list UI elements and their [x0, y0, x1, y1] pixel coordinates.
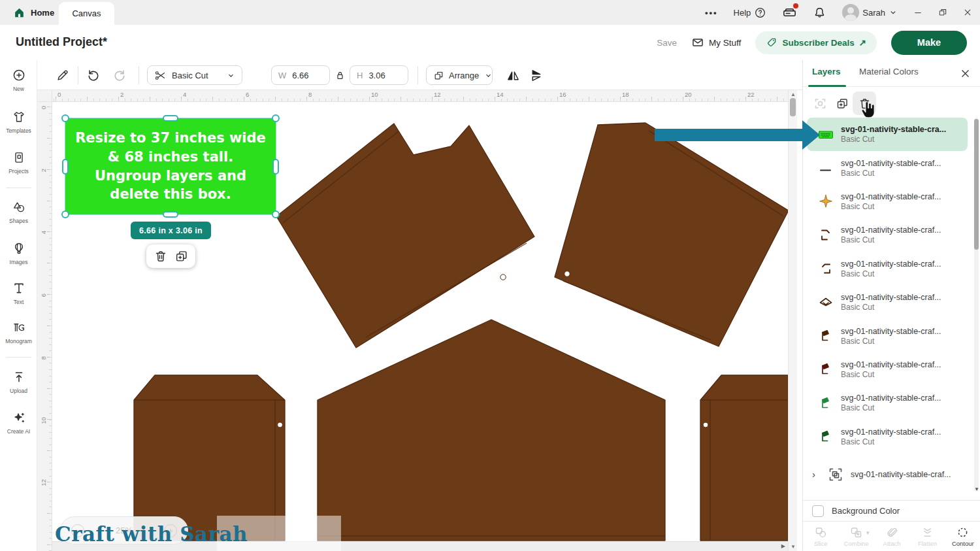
flag-darkgreen-thumb	[817, 428, 834, 445]
group-thumb	[827, 466, 844, 483]
window-restore-button[interactable]	[930, 0, 955, 25]
monogram-icon	[12, 320, 26, 335]
lock-aspect-button[interactable]	[333, 65, 347, 86]
canvas-vertical-scrollbar[interactable]: ▲ ▼	[788, 90, 797, 551]
arrange-menu[interactable]: Arrange	[426, 65, 493, 85]
selection-handle-bottom-right[interactable]	[272, 210, 280, 218]
sidebar-item-create-ai[interactable]: Create AI	[0, 410, 37, 435]
layer-row[interactable]: svg-01-nativity-stable-cra...Basic Cut	[807, 118, 968, 151]
dimensions-badge: 6.66 in x 3.06 in	[131, 222, 211, 239]
sidebar-item-text[interactable]: Text	[0, 281, 37, 305]
sidebar-item-projects[interactable]: Projects	[0, 150, 37, 175]
machine-status-button[interactable]	[782, 5, 797, 20]
close-panel-icon[interactable]	[960, 68, 972, 80]
chevron-down-icon: ▼	[865, 530, 870, 536]
width-value: 6.66	[292, 71, 308, 80]
layer-row[interactable]: svg-01-nativity-stable-craf...Basic Cut	[807, 252, 968, 286]
selection-handle-top-right[interactable]	[272, 114, 280, 122]
templates-icon	[12, 110, 26, 124]
layer-name: svg-01-nativity-stable-craf...	[841, 393, 941, 403]
images-icon	[12, 241, 26, 256]
sidebar-item-monogram[interactable]: Monogram	[0, 320, 37, 344]
notifications-button[interactable]	[813, 6, 826, 20]
shapes-icon	[12, 200, 26, 214]
sidebar-item-images[interactable]: Images	[0, 241, 37, 265]
instruction-note-text: Resize to 37 inches wide & 68 inches tal…	[73, 129, 269, 203]
layer-row[interactable]: svg-01-nativity-stable-craf...Basic Cut	[807, 353, 968, 386]
flip-horizontal-button[interactable]	[502, 65, 523, 86]
undo-button[interactable]	[83, 65, 104, 86]
layer-row[interactable]: svg-01-nativity-stable-craf...Basic Cut	[807, 185, 968, 218]
height-label: H	[357, 71, 363, 80]
ruler-corner	[37, 90, 52, 102]
background-color-checkbox[interactable]	[812, 505, 824, 517]
delete-object-button[interactable]	[154, 249, 168, 263]
layer-name: svg-01-nativity-stable-craf...	[841, 192, 941, 201]
layer-group-row[interactable]: ›svg-01-nativity-stable-craf...	[807, 458, 968, 491]
window-minimize-button[interactable]	[906, 0, 930, 25]
flatten-button[interactable]: Flatten	[909, 522, 945, 551]
scroll-right-icon[interactable]: ▶	[781, 543, 785, 549]
layer-list: svg-01-nativity-stable-cra...Basic Cutsv…	[803, 118, 980, 497]
layer-row[interactable]: svg-01-nativity-stable-craf...Basic Cut	[807, 386, 968, 420]
layer-linetype: Basic Cut	[841, 202, 941, 211]
select-all-button[interactable]	[808, 92, 832, 115]
subscriber-deals-button[interactable]: Subscriber Deals ↗	[755, 31, 877, 54]
selection-handle-top-center[interactable]	[163, 115, 178, 122]
scroll-down-icon[interactable]: ▼	[789, 544, 798, 550]
sidebar-divider	[6, 188, 31, 188]
layer-linetype: Basic Cut	[841, 235, 941, 244]
window-close-button[interactable]	[955, 0, 980, 25]
height-field[interactable]: H 3.06	[350, 65, 408, 85]
ruler-label: 18	[622, 91, 629, 98]
redo-button[interactable]	[109, 65, 130, 86]
layer-row[interactable]: svg-01-nativity-stable-craf...Basic Cut	[807, 319, 968, 352]
combine-button[interactable]: ▼Combine	[838, 522, 874, 551]
home-tab-label: Home	[31, 8, 54, 18]
sidebar-item-templates[interactable]: Templates	[0, 110, 37, 134]
save-button[interactable]: Save	[657, 38, 677, 48]
layer-row[interactable]: svg-01-nativity-stable-craf...Basic Cut	[807, 420, 968, 454]
layer-linetype: Basic Cut	[841, 437, 941, 446]
chevron-down-icon	[227, 71, 235, 80]
sidebar-item-upload[interactable]: Upload	[0, 370, 37, 394]
selection-handle-right-middle[interactable]	[272, 159, 279, 175]
sidebar-item-new[interactable]: New	[0, 68, 37, 92]
createai-icon	[12, 410, 26, 425]
overflow-menu-button[interactable]: •••	[705, 8, 718, 18]
panel-scroll-down-icon[interactable]: ▼	[973, 486, 980, 492]
sidebar-item-shapes[interactable]: Shapes	[0, 200, 37, 224]
my-stuff-button[interactable]: My Stuff	[691, 36, 741, 49]
contour-button[interactable]: Contour	[945, 522, 980, 551]
help-button[interactable]: Help	[734, 7, 767, 19]
scissors-icon	[154, 69, 167, 82]
layer-row[interactable]: svg-01-nativity-stable-craf...Basic Cut	[807, 218, 968, 252]
selection-handle-left-middle[interactable]	[62, 159, 69, 175]
account-menu[interactable]: Sarah	[842, 4, 898, 21]
user-name: Sarah	[862, 8, 885, 18]
edit-pencil-button[interactable]	[52, 65, 73, 86]
tab-home[interactable]: Home	[13, 0, 54, 25]
duplicate-layer-button[interactable]	[830, 92, 854, 115]
linetype-select[interactable]: Basic Cut	[147, 65, 242, 85]
tab-canvas[interactable]: Canvas	[59, 2, 114, 25]
attach-button[interactable]: Attach	[874, 522, 909, 551]
tab-material-colors[interactable]: Material Colors	[859, 67, 919, 76]
instruction-note-box[interactable]: Resize to 37 inches wide & 68 inches tal…	[65, 118, 276, 214]
expand-chevron-icon[interactable]: ›	[812, 469, 815, 480]
duplicate-object-button[interactable]	[174, 249, 189, 263]
selection-handle-bottom-left[interactable]	[61, 210, 69, 218]
flip-vertical-button[interactable]	[526, 65, 547, 86]
width-field[interactable]: W 6.66	[271, 65, 330, 85]
scroll-up-icon[interactable]: ▲	[789, 92, 798, 97]
layer-row[interactable]: svg-01-nativity-stable-craf...Basic Cut	[807, 151, 968, 184]
make-button[interactable]: Make	[891, 31, 967, 55]
panel-scrollbar-thumb[interactable]	[974, 119, 979, 250]
selection-handle-bottom-center[interactable]	[163, 211, 178, 218]
ruler-label: 12	[40, 478, 47, 488]
tab-layers[interactable]: Layers	[812, 67, 841, 76]
slice-button[interactable]: Slice	[803, 522, 838, 551]
layer-row[interactable]: svg-01-nativity-stable-craf...Basic Cut	[807, 286, 968, 319]
selection-handle-top-left[interactable]	[61, 114, 69, 122]
vertical-scroll-thumb[interactable]	[790, 98, 796, 116]
